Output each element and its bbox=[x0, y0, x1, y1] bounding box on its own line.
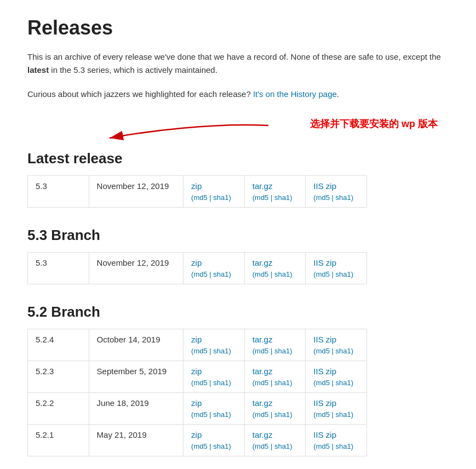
iiszip-cell: IIS zip(md5 | sha1) bbox=[306, 425, 367, 456]
table-row: 5.2.2June 18, 2019zip(md5 | sha1)tar.gz(… bbox=[28, 393, 367, 425]
iiszip-sub: (md5 | sha1) bbox=[313, 410, 353, 419]
release-table-latest-release: 5.3November 12, 2019zip(md5 | sha1)tar.g… bbox=[27, 175, 367, 208]
targz-cell: tar.gz(md5 | sha1) bbox=[244, 393, 306, 425]
annotation-text: 选择并下载要安装的 wp 版本 bbox=[310, 117, 438, 130]
iiszip-sub: (md5 | sha1) bbox=[313, 347, 353, 355]
table-row: 5.2.1May 21, 2019zip(md5 | sha1)tar.gz(m… bbox=[28, 425, 367, 456]
zip-cell: zip(md5 | sha1) bbox=[183, 393, 245, 425]
targz-md5-link[interactable]: md5 bbox=[255, 193, 268, 202]
targz-sha1-link[interactable]: sha1 bbox=[274, 270, 290, 278]
arrow-container: 选择并下载要安装的 wp 版本 bbox=[27, 117, 449, 145]
annotation-arrow bbox=[104, 117, 279, 145]
zip-md5-link[interactable]: md5 bbox=[193, 270, 207, 278]
zip-md5-link[interactable]: md5 bbox=[193, 442, 207, 450]
section-latest-release: Latest release5.3November 12, 2019zip(md… bbox=[27, 150, 449, 208]
iiszip-sha1-link[interactable]: sha1 bbox=[336, 270, 351, 278]
iiszip-link[interactable]: IIS zip bbox=[313, 335, 359, 344]
targz-link[interactable]: tar.gz bbox=[253, 367, 298, 376]
zip-sub: (md5 | sha1) bbox=[191, 347, 231, 355]
iiszip-link[interactable]: IIS zip bbox=[313, 367, 359, 376]
version-cell: 5.2.3 bbox=[28, 361, 89, 393]
zip-sub: (md5 | sha1) bbox=[191, 193, 231, 202]
zip-sha1-link[interactable]: sha1 bbox=[213, 379, 228, 387]
iiszip-md5-link[interactable]: md5 bbox=[316, 270, 330, 278]
targz-sha1-link[interactable]: sha1 bbox=[274, 442, 290, 450]
targz-link[interactable]: tar.gz bbox=[253, 258, 298, 267]
zip-link[interactable]: zip bbox=[191, 335, 237, 344]
targz-sha1-link[interactable]: sha1 bbox=[274, 347, 290, 355]
version-cell: 5.2.4 bbox=[28, 329, 89, 361]
targz-md5-link[interactable]: md5 bbox=[255, 379, 268, 387]
history-link-block: Curious about which jazzers we highlight… bbox=[27, 88, 449, 101]
section-heading-5-2-branch: 5.2 Branch bbox=[27, 304, 449, 321]
iiszip-md5-link[interactable]: md5 bbox=[316, 379, 330, 387]
targz-sha1-link[interactable]: sha1 bbox=[274, 193, 290, 202]
zip-link[interactable]: zip bbox=[191, 398, 237, 408]
version-cell: 5.2.2 bbox=[28, 393, 89, 425]
zip-sha1-link[interactable]: sha1 bbox=[213, 442, 228, 450]
iiszip-sha1-link[interactable]: sha1 bbox=[336, 410, 351, 419]
zip-md5-link[interactable]: md5 bbox=[193, 193, 207, 202]
zip-cell: zip(md5 | sha1) bbox=[183, 425, 245, 456]
zip-cell: zip(md5 | sha1) bbox=[183, 253, 245, 284]
iiszip-sub: (md5 | sha1) bbox=[313, 442, 353, 450]
targz-sha1-link[interactable]: sha1 bbox=[274, 379, 290, 387]
section-5-3-branch: 5.3 Branch5.3November 12, 2019zip(md5 | … bbox=[27, 227, 449, 284]
targz-link[interactable]: tar.gz bbox=[253, 398, 298, 408]
targz-sha1-link[interactable]: sha1 bbox=[274, 410, 290, 419]
intro-bold: latest bbox=[27, 65, 49, 75]
iiszip-cell: IIS zip(md5 | sha1) bbox=[306, 253, 367, 284]
iiszip-sha1-link[interactable]: sha1 bbox=[336, 193, 351, 202]
zip-cell: zip(md5 | sha1) bbox=[183, 361, 245, 393]
iiszip-link[interactable]: IIS zip bbox=[313, 430, 359, 439]
zip-link[interactable]: zip bbox=[191, 367, 237, 376]
zip-link[interactable]: zip bbox=[191, 430, 237, 439]
targz-link[interactable]: tar.gz bbox=[253, 335, 298, 344]
version-cell: 5.3 bbox=[28, 176, 89, 208]
iiszip-link[interactable]: IIS zip bbox=[313, 181, 359, 191]
zip-sub: (md5 | sha1) bbox=[191, 379, 231, 387]
targz-sub: (md5 | sha1) bbox=[253, 193, 293, 202]
targz-sub: (md5 | sha1) bbox=[253, 270, 293, 278]
date-cell: September 5, 2019 bbox=[89, 361, 183, 393]
zip-sub: (md5 | sha1) bbox=[191, 442, 231, 450]
targz-link[interactable]: tar.gz bbox=[253, 430, 298, 439]
intro-text-after: in the 5.3 series, which is actively mai… bbox=[49, 65, 217, 75]
targz-link[interactable]: tar.gz bbox=[253, 181, 298, 191]
iiszip-link[interactable]: IIS zip bbox=[313, 258, 359, 267]
targz-md5-link[interactable]: md5 bbox=[255, 442, 268, 450]
zip-cell: zip(md5 | sha1) bbox=[183, 329, 245, 361]
table-row: 5.3November 12, 2019zip(md5 | sha1)tar.g… bbox=[28, 253, 367, 284]
targz-sub: (md5 | sha1) bbox=[253, 442, 293, 450]
targz-sub: (md5 | sha1) bbox=[253, 410, 293, 419]
iiszip-md5-link[interactable]: md5 bbox=[316, 410, 330, 419]
iiszip-md5-link[interactable]: md5 bbox=[316, 442, 330, 450]
section-5-2-branch: 5.2 Branch5.2.4October 14, 2019zip(md5 |… bbox=[27, 304, 449, 456]
targz-md5-link[interactable]: md5 bbox=[255, 410, 268, 419]
zip-md5-link[interactable]: md5 bbox=[193, 347, 207, 355]
targz-md5-link[interactable]: md5 bbox=[255, 347, 268, 355]
zip-sha1-link[interactable]: sha1 bbox=[213, 410, 228, 419]
iiszip-sha1-link[interactable]: sha1 bbox=[336, 442, 351, 450]
iiszip-sub: (md5 | sha1) bbox=[313, 270, 353, 278]
zip-link[interactable]: zip bbox=[191, 181, 237, 191]
iiszip-sha1-link[interactable]: sha1 bbox=[336, 379, 351, 387]
iiszip-md5-link[interactable]: md5 bbox=[316, 347, 330, 355]
targz-md5-link[interactable]: md5 bbox=[255, 270, 268, 278]
iiszip-link[interactable]: IIS zip bbox=[313, 398, 359, 408]
zip-md5-link[interactable]: md5 bbox=[193, 410, 207, 419]
zip-sha1-link[interactable]: sha1 bbox=[213, 193, 228, 202]
iiszip-sha1-link[interactable]: sha1 bbox=[336, 347, 351, 355]
date-cell: October 14, 2019 bbox=[89, 329, 183, 361]
zip-cell: zip(md5 | sha1) bbox=[183, 176, 245, 208]
iiszip-cell: IIS zip(md5 | sha1) bbox=[306, 329, 367, 361]
zip-sha1-link[interactable]: sha1 bbox=[213, 270, 228, 278]
iiszip-md5-link[interactable]: md5 bbox=[316, 193, 330, 202]
zip-md5-link[interactable]: md5 bbox=[193, 379, 207, 387]
zip-link[interactable]: zip bbox=[191, 258, 237, 267]
version-cell: 5.3 bbox=[28, 253, 89, 284]
history-link[interactable]: It's on the History page bbox=[253, 89, 337, 99]
date-cell: November 12, 2019 bbox=[89, 176, 183, 208]
zip-sha1-link[interactable]: sha1 bbox=[213, 347, 228, 355]
iiszip-cell: IIS zip(md5 | sha1) bbox=[306, 393, 367, 425]
